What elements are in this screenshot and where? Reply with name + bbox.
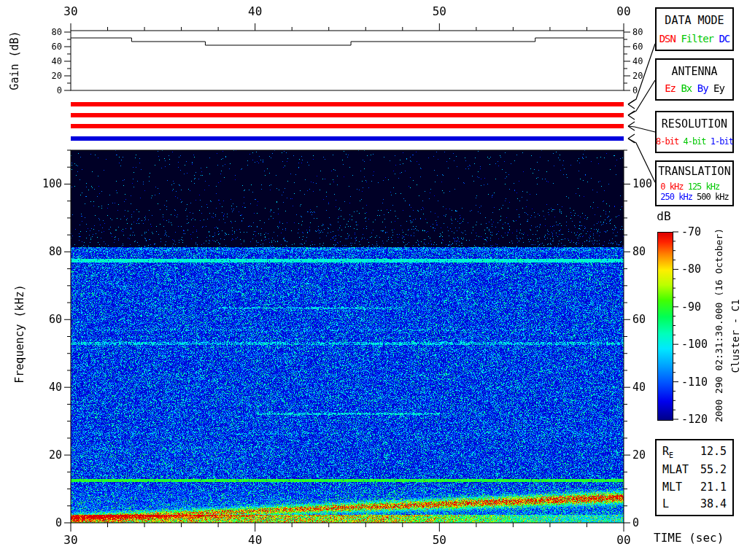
legend-box-title: ANTENNA: [671, 65, 717, 78]
gain-tick-label-left: 80: [52, 27, 62, 37]
gain-tick-label-left: 0: [57, 85, 62, 96]
legend-option: Ey: [713, 82, 724, 94]
antenna-bar: [71, 113, 624, 117]
freq-tick-label-left: 0: [55, 516, 62, 529]
colorbar-title: dB: [657, 209, 670, 223]
legend-option-row: DSN Filter DC: [659, 33, 730, 44]
legend-box-title: TRANSLATION: [658, 165, 730, 178]
gain-tick-label-left: 20: [52, 71, 62, 81]
orbit-info-box: RE12.5MLAT55.2MLT21.1L38.4: [655, 439, 734, 516]
time-axis-title: TIME (sec): [654, 531, 724, 545]
legend-option-row: 250 kHz 500 kHz: [660, 192, 728, 202]
legend-box-options: DSN Filter DC: [659, 33, 730, 44]
time-tick-label-top: 50: [433, 4, 446, 18]
legend-box-antenna: ANTENNA Ez Bx By Ey: [655, 58, 734, 101]
legend-box-options: 0 kHz 125 kHz250 kHz 500 kHz: [660, 182, 728, 202]
info-value: 12.5: [700, 445, 727, 459]
colorbar-tick-label: -100: [681, 338, 708, 351]
info-row: RE12.5: [657, 445, 732, 459]
freq-tick-label-right: 0: [632, 516, 639, 529]
spectrogram-heatmap: [71, 150, 624, 523]
legend-option-row: 8-bit 4-bit 1-bit: [656, 136, 733, 147]
gain-tick-label-right: 40: [632, 56, 643, 66]
colorbar-tick-label: -70: [681, 225, 701, 238]
legend-option: 1-bit: [711, 136, 733, 147]
colorbar-tick-label: -90: [681, 300, 701, 314]
time-tick-label-top: 30: [63, 4, 77, 18]
legend-option-row: Ez Bx By Ey: [665, 82, 724, 94]
gain-tick-label-right: 60: [632, 42, 643, 52]
legend-box-data-mode: DATA MODE DSN Filter DC: [655, 7, 734, 51]
colorbar-tick-label: -80: [681, 262, 701, 276]
legend-box-options: 8-bit 4-bit 1-bit: [656, 136, 733, 147]
legend-option: 125 kHz: [688, 182, 720, 192]
freq-tick-label-right: 40: [632, 381, 646, 394]
gain-tick-label-right: 80: [632, 27, 643, 37]
legend-box-translation: TRANSLATION 0 kHz 125 kHz250 kHz 500 kHz: [655, 160, 734, 206]
time-tick-label-bottom: 50: [433, 533, 446, 547]
pointer-arrow: [628, 126, 655, 132]
freq-tick-label-right: 20: [632, 448, 646, 462]
legend-option: By: [697, 82, 708, 94]
freq-tick-label-right: 80: [632, 245, 646, 258]
resolution-bar: [71, 124, 624, 128]
data-mode-bar: [71, 102, 624, 106]
gain-axis-title: Gain (dB): [8, 31, 21, 90]
legend-box-title: RESOLUTION: [662, 117, 727, 131]
legend-option: Bx: [681, 82, 692, 94]
colorbar-tick-label: -120: [681, 413, 708, 426]
info-row: L38.4: [657, 497, 732, 510]
freq-axis-title: Frequency (kHz): [13, 284, 26, 383]
legend-option: 500 kHz: [697, 192, 729, 202]
info-label: RE: [662, 445, 673, 459]
freq-tick-label-left: 100: [42, 177, 62, 190]
legend-box-title: DATA MODE: [665, 14, 724, 27]
legend-option: 250 kHz: [660, 192, 692, 202]
freq-tick-label-left: 80: [49, 245, 62, 258]
freq-tick-label-right: 100: [632, 177, 652, 190]
legend-option: DC: [719, 33, 729, 44]
info-label: MLT: [662, 481, 682, 494]
time-tick-label-top: 40: [248, 4, 262, 18]
legend-option: 4-bit: [683, 136, 705, 147]
translation-bar: [71, 136, 624, 141]
info-value: 21.1: [700, 481, 727, 494]
legend-option: DSN: [659, 33, 676, 44]
time-tick-label-top: 00: [616, 4, 630, 18]
legend-box-resolution: RESOLUTION 8-bit 4-bit 1-bit: [655, 111, 734, 153]
legend-option: 8-bit: [656, 136, 678, 147]
colorbar-tick-label: -110: [681, 376, 708, 389]
wbd-spectrogram-display: Gain (dB) Frequency (kHz) TIME (sec) dB …: [0, 0, 747, 560]
freq-tick-label-left: 60: [49, 313, 62, 326]
time-tick-label-bottom: 00: [616, 533, 630, 547]
time-tick-label-bottom: 30: [63, 533, 77, 547]
info-row: MLAT55.2: [657, 463, 732, 476]
freq-tick-label-left: 20: [49, 448, 62, 462]
info-label: MLAT: [662, 463, 689, 476]
legend-option: 0 kHz: [660, 182, 683, 192]
gain-tick-label-left: 40: [52, 56, 62, 66]
gain-tick-label-right: 20: [632, 71, 643, 81]
freq-tick-label-right: 60: [632, 313, 646, 326]
legend-option: Filter: [681, 33, 713, 44]
legend-option: Ez: [665, 82, 676, 94]
timestamp-label: 2000 290 02:31:30.000 (16 October): [713, 228, 724, 422]
spacecraft-label: Cluster - C1: [729, 299, 741, 373]
info-value: 55.2: [700, 463, 727, 476]
pointer-arrow: [628, 139, 655, 182]
gain-tick-label-right: 0: [632, 85, 638, 96]
info-value: 38.4: [700, 497, 727, 510]
freq-tick-label-left: 40: [49, 381, 62, 394]
colorbar: [657, 232, 673, 421]
time-tick-label-bottom: 40: [248, 533, 262, 547]
legend-option-row: 0 kHz 125 kHz: [660, 182, 728, 192]
legend-box-options: Ez Bx By Ey: [665, 82, 724, 94]
info-row: MLT21.1: [657, 481, 732, 494]
info-label: L: [662, 497, 669, 510]
gain-tick-label-left: 60: [52, 42, 62, 52]
